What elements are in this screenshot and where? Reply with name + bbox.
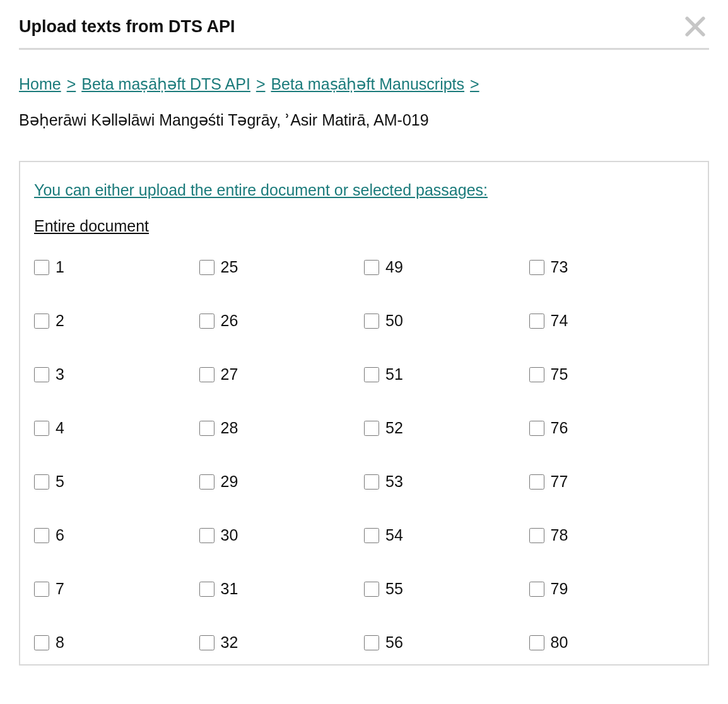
passage-checkbox-item: 29 xyxy=(199,472,365,491)
passage-checkbox[interactable] xyxy=(529,528,544,543)
passage-checkbox[interactable] xyxy=(199,582,214,597)
passage-label[interactable]: 32 xyxy=(221,633,238,652)
passage-checkbox-item: 77 xyxy=(529,472,695,491)
passage-checkbox-item: 52 xyxy=(364,419,529,437)
passage-checkbox-item: 6 xyxy=(34,526,199,544)
passage-checkbox[interactable] xyxy=(199,260,214,275)
passage-label[interactable]: 4 xyxy=(56,419,64,437)
passage-label[interactable]: 79 xyxy=(551,580,568,598)
passage-label[interactable]: 5 xyxy=(56,472,64,491)
passage-checkbox-item: 76 xyxy=(529,419,695,437)
passage-label[interactable]: 56 xyxy=(385,633,403,652)
passage-checkbox-item: 73 xyxy=(529,258,695,276)
passage-checkbox[interactable] xyxy=(199,314,214,329)
passage-label[interactable]: 31 xyxy=(221,580,238,598)
passage-label[interactable]: 49 xyxy=(385,258,403,276)
passage-checkbox[interactable] xyxy=(34,582,49,597)
passage-checkbox-item: 26 xyxy=(199,312,365,330)
entire-document-link[interactable]: Entire document xyxy=(34,217,149,235)
passage-label[interactable]: 52 xyxy=(385,419,403,437)
breadcrumb: Home > Beta maṣāḥǝft DTS API > Beta maṣā… xyxy=(19,75,709,93)
passage-checkbox-item: 75 xyxy=(529,365,695,384)
passage-checkbox[interactable] xyxy=(364,314,379,329)
passage-label[interactable]: 3 xyxy=(56,365,64,384)
passage-checkbox[interactable] xyxy=(199,421,214,436)
breadcrumb-sep: > xyxy=(470,75,479,93)
passage-label[interactable]: 25 xyxy=(221,258,238,276)
passage-checkbox[interactable] xyxy=(34,528,49,543)
passage-label[interactable]: 73 xyxy=(551,258,568,276)
document-title: Bǝḥerāwi Kǝllǝlāwi Mangǝśti Tǝgrāy, ʾAsi… xyxy=(19,111,709,129)
passage-checkbox-item: 5 xyxy=(34,472,199,491)
passage-label[interactable]: 2 xyxy=(56,312,64,330)
passage-checkbox-item: 51 xyxy=(364,365,529,384)
passage-checkbox[interactable] xyxy=(529,421,544,436)
passage-checkbox[interactable] xyxy=(364,528,379,543)
passage-checkbox[interactable] xyxy=(199,635,214,650)
passage-checkbox-item: 8 xyxy=(34,633,199,652)
passage-checkbox[interactable] xyxy=(529,635,544,650)
close-icon[interactable] xyxy=(681,13,709,40)
passage-checkbox[interactable] xyxy=(364,260,379,275)
breadcrumb-link-dts-api[interactable]: Beta maṣāḥǝft DTS API xyxy=(81,75,250,93)
passage-checkbox[interactable] xyxy=(199,367,214,382)
passage-checkbox-item: 28 xyxy=(199,419,365,437)
passage-checkbox-item: 27 xyxy=(199,365,365,384)
passage-checkbox[interactable] xyxy=(34,367,49,382)
passage-label[interactable]: 6 xyxy=(56,526,64,544)
passage-checkbox[interactable] xyxy=(529,314,544,329)
passage-checkbox[interactable] xyxy=(34,421,49,436)
passage-checkbox[interactable] xyxy=(364,635,379,650)
breadcrumb-link-manuscripts[interactable]: Beta maṣāḥǝft Manuscripts xyxy=(271,75,464,93)
modal-title: Upload texts from DTS API xyxy=(19,17,235,37)
passage-label[interactable]: 78 xyxy=(551,526,568,544)
passage-label[interactable]: 29 xyxy=(221,472,238,491)
fieldset-legend: You can either upload the entire documen… xyxy=(34,181,694,199)
passage-label[interactable]: 74 xyxy=(551,312,568,330)
passages-fieldset: You can either upload the entire documen… xyxy=(19,161,709,666)
passage-label[interactable]: 77 xyxy=(551,472,568,491)
passage-checkbox[interactable] xyxy=(529,260,544,275)
passage-column: 2526272829303132 xyxy=(199,258,365,652)
passage-column: 4950515253545556 xyxy=(364,258,529,652)
passage-checkbox[interactable] xyxy=(199,474,214,490)
passage-checkbox[interactable] xyxy=(34,474,49,490)
passage-label[interactable]: 30 xyxy=(221,526,238,544)
passage-label[interactable]: 1 xyxy=(56,258,64,276)
passage-label[interactable]: 26 xyxy=(221,312,238,330)
passage-checkbox-item: 32 xyxy=(199,633,365,652)
passage-checkbox-item: 56 xyxy=(364,633,529,652)
passage-label[interactable]: 50 xyxy=(385,312,403,330)
passage-checkbox[interactable] xyxy=(34,314,49,329)
passage-checkbox-item: 55 xyxy=(364,580,529,598)
passage-label[interactable]: 80 xyxy=(551,633,568,652)
passage-label[interactable]: 8 xyxy=(56,633,64,652)
passage-label[interactable]: 7 xyxy=(56,580,64,598)
passage-label[interactable]: 53 xyxy=(385,472,403,491)
passage-label[interactable]: 28 xyxy=(221,419,238,437)
passage-checkbox[interactable] xyxy=(529,367,544,382)
passage-checkbox[interactable] xyxy=(364,421,379,436)
passage-checkbox[interactable] xyxy=(364,582,379,597)
passage-checkbox-item: 30 xyxy=(199,526,365,544)
passage-checkbox[interactable] xyxy=(529,582,544,597)
breadcrumb-sep: > xyxy=(256,75,266,93)
passage-label[interactable]: 55 xyxy=(385,580,403,598)
passage-checkbox-item: 3 xyxy=(34,365,199,384)
passage-checkbox-item: 50 xyxy=(364,312,529,330)
passage-label[interactable]: 27 xyxy=(221,365,238,384)
passage-checkbox[interactable] xyxy=(34,260,49,275)
passage-checkbox-item: 25 xyxy=(199,258,365,276)
breadcrumb-link-home[interactable]: Home xyxy=(19,75,61,93)
passage-checkbox-item: 80 xyxy=(529,633,695,652)
passage-label[interactable]: 75 xyxy=(551,365,568,384)
passage-checkbox[interactable] xyxy=(34,635,49,650)
passage-checkbox-item: 79 xyxy=(529,580,695,598)
passage-checkbox[interactable] xyxy=(364,474,379,490)
passage-checkbox[interactable] xyxy=(364,367,379,382)
passage-checkbox[interactable] xyxy=(529,474,544,490)
passage-label[interactable]: 54 xyxy=(385,526,403,544)
passage-checkbox[interactable] xyxy=(199,528,214,543)
passage-label[interactable]: 51 xyxy=(385,365,403,384)
passage-label[interactable]: 76 xyxy=(551,419,568,437)
